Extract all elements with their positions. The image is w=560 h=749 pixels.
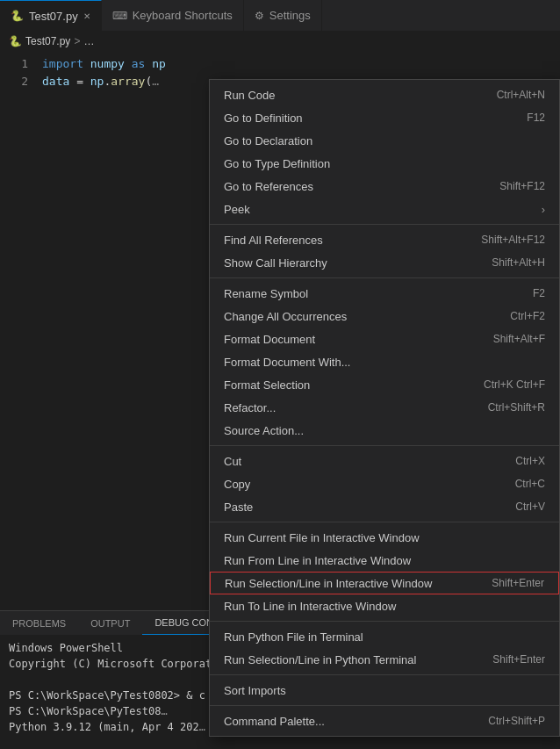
terminal-tab-problems[interactable]: PROBLEMS xyxy=(0,611,78,635)
menu-item-refactor-label: Refactor... xyxy=(224,401,276,414)
menu-item-run-code[interactable]: Run Code Ctrl+Alt+N xyxy=(210,83,559,106)
tab-test07-close[interactable]: ✕ xyxy=(83,11,90,21)
separator-1 xyxy=(210,224,559,225)
tab-keyboard-shortcuts[interactable]: ⌨ Keyboard Shortcuts xyxy=(102,0,244,31)
menu-item-run-selection-interactive-shortcut: Shift+Enter xyxy=(492,577,544,589)
menu-item-run-code-shortcut: Ctrl+Alt+N xyxy=(497,89,545,101)
menu-item-rename-symbol[interactable]: Rename Symbol F2 xyxy=(210,282,559,305)
menu-item-run-current-file-interactive-label: Run Current File in Interactive Window xyxy=(224,531,420,544)
menu-item-run-python-terminal-label: Run Python File in Terminal xyxy=(224,630,363,644)
menu-item-go-to-type-definition-label: Go to Type Definition xyxy=(224,157,330,170)
menu-item-run-selection-interactive-label: Run Selection/Line in Interactive Window xyxy=(225,577,432,590)
python-icon: 🐍 xyxy=(11,10,24,22)
separator-6 xyxy=(210,674,559,675)
menu-item-peek[interactable]: Peek › xyxy=(210,198,559,220)
menu-item-go-to-declaration-label: Go to Declaration xyxy=(224,134,312,148)
menu-item-paste[interactable]: Paste Ctrl+V xyxy=(210,495,559,518)
menu-item-source-action-label: Source Action... xyxy=(224,424,304,437)
menu-item-go-to-declaration[interactable]: Go to Declaration xyxy=(210,129,559,152)
menu-item-find-all-references[interactable]: Find All References Shift+Alt+F12 xyxy=(210,228,559,251)
breadcrumb-file[interactable]: Test07.py xyxy=(25,35,70,47)
menu-item-go-to-references-label: Go to References xyxy=(224,180,313,193)
menu-item-run-selection-python-terminal-label: Run Selection/Line in Python Terminal xyxy=(224,653,416,666)
code-content-2: data = np.array(… xyxy=(42,75,159,88)
menu-item-format-document[interactable]: Format Document Shift+Alt+F xyxy=(210,328,559,350)
menu-item-run-from-line-interactive[interactable]: Run From Line in Interactive Window xyxy=(210,549,559,572)
menu-item-format-selection-label: Format Selection xyxy=(224,378,310,392)
menu-item-go-to-definition-shortcut: F12 xyxy=(527,112,545,124)
menu-item-peek-arrow: › xyxy=(542,203,545,216)
tab-settings[interactable]: ⚙ Settings xyxy=(244,0,322,31)
menu-item-peek-label: Peek xyxy=(224,203,250,216)
tab-keyboard-label: Keyboard Shortcuts xyxy=(133,9,233,22)
tab-test07-label: Test07.py xyxy=(29,10,78,23)
line-number-2: 2 xyxy=(7,75,28,88)
terminal-tab-output[interactable]: OUTPUT xyxy=(78,611,142,635)
menu-item-find-all-references-label: Find All References xyxy=(224,234,323,247)
menu-item-paste-shortcut: Ctrl+V xyxy=(515,501,545,513)
menu-item-run-python-terminal[interactable]: Run Python File in Terminal xyxy=(210,625,559,648)
tab-settings-label: Settings xyxy=(269,9,311,22)
settings-icon: ⚙ xyxy=(255,10,264,22)
menu-item-format-selection[interactable]: Format Selection Ctrl+K Ctrl+F xyxy=(210,373,559,396)
menu-item-refactor-shortcut: Ctrl+Shift+R xyxy=(488,401,545,414)
menu-item-command-palette-shortcut: Ctrl+Shift+P xyxy=(488,715,545,727)
menu-item-rename-symbol-shortcut: F2 xyxy=(533,287,545,299)
separator-2 xyxy=(210,277,559,278)
menu-item-format-selection-shortcut: Ctrl+K Ctrl+F xyxy=(484,378,545,391)
menu-item-run-selection-python-terminal-shortcut: Shift+Enter xyxy=(492,653,545,666)
separator-4 xyxy=(210,522,559,522)
tab-bar: 🐍 Test07.py ✕ ⌨ Keyboard Shortcuts ⚙ Set… xyxy=(0,0,560,32)
menu-item-show-call-hierarchy-label: Show Call Hierarchy xyxy=(224,256,327,270)
menu-item-sort-imports[interactable]: Sort Imports xyxy=(210,679,559,702)
separator-7 xyxy=(210,705,559,706)
tab-test07[interactable]: 🐍 Test07.py ✕ xyxy=(0,0,102,31)
menu-item-go-to-references[interactable]: Go to References Shift+F12 xyxy=(210,175,559,198)
menu-item-run-to-line-interactive-label: Run To Line in Interactive Window xyxy=(224,600,396,613)
context-menu: Run Code Ctrl+Alt+N Go to Definition F12… xyxy=(209,79,560,737)
menu-item-format-document-with-label: Format Document With... xyxy=(224,356,350,369)
menu-item-go-to-type-definition[interactable]: Go to Type Definition xyxy=(210,152,559,175)
menu-item-run-selection-python-terminal[interactable]: Run Selection/Line in Python Terminal Sh… xyxy=(210,648,559,671)
menu-item-go-to-definition[interactable]: Go to Definition F12 xyxy=(210,106,559,129)
menu-item-source-action[interactable]: Source Action... xyxy=(210,419,559,442)
menu-item-change-all-occurrences-label: Change All Occurrences xyxy=(224,310,347,323)
menu-item-copy-label: Copy xyxy=(224,478,250,491)
menu-item-run-from-line-interactive-label: Run From Line in Interactive Window xyxy=(224,554,411,567)
code-line-1: 1 import numpy as np xyxy=(0,54,560,72)
menu-item-copy-shortcut: Ctrl+C xyxy=(515,478,545,490)
menu-item-run-to-line-interactive[interactable]: Run To Line in Interactive Window xyxy=(210,594,559,617)
code-content-1: import numpy as np xyxy=(42,57,166,70)
breadcrumb-dots[interactable]: … xyxy=(83,35,94,47)
menu-item-run-selection-interactive[interactable]: Run Selection/Line in Interactive Window… xyxy=(210,572,559,594)
breadcrumb-sep: > xyxy=(74,35,80,47)
menu-item-format-document-with[interactable]: Format Document With... xyxy=(210,350,559,373)
menu-item-refactor[interactable]: Refactor... Ctrl+Shift+R xyxy=(210,396,559,419)
menu-item-format-document-shortcut: Shift+Alt+F xyxy=(493,333,545,345)
menu-item-sort-imports-label: Sort Imports xyxy=(224,684,286,697)
menu-item-rename-symbol-label: Rename Symbol xyxy=(224,287,308,300)
menu-item-command-palette-label: Command Palette... xyxy=(224,715,325,728)
menu-item-change-all-occurrences[interactable]: Change All Occurrences Ctrl+F2 xyxy=(210,305,559,328)
keyboard-icon: ⌨ xyxy=(112,10,127,22)
separator-5 xyxy=(210,621,559,622)
menu-item-go-to-definition-label: Go to Definition xyxy=(224,112,303,125)
line-number-1: 1 xyxy=(7,57,28,70)
menu-item-change-all-occurrences-shortcut: Ctrl+F2 xyxy=(510,310,545,322)
menu-item-command-palette[interactable]: Command Palette... Ctrl+Shift+P xyxy=(210,709,559,732)
separator-3 xyxy=(210,445,559,446)
menu-item-find-all-references-shortcut: Shift+Alt+F12 xyxy=(481,234,545,246)
breadcrumb-icon: 🐍 xyxy=(9,35,22,47)
menu-item-run-code-label: Run Code xyxy=(224,89,276,102)
menu-item-cut[interactable]: Cut Ctrl+X xyxy=(210,450,559,472)
menu-item-cut-shortcut: Ctrl+X xyxy=(515,455,545,467)
menu-item-paste-label: Paste xyxy=(224,501,253,514)
menu-item-show-call-hierarchy[interactable]: Show Call Hierarchy Shift+Alt+H xyxy=(210,251,559,274)
menu-item-copy[interactable]: Copy Ctrl+C xyxy=(210,472,559,495)
menu-item-show-call-hierarchy-shortcut: Shift+Alt+H xyxy=(492,256,545,269)
breadcrumb: 🐍 Test07.py > … xyxy=(0,32,560,51)
menu-item-go-to-references-shortcut: Shift+F12 xyxy=(499,180,545,192)
menu-item-run-current-file-interactive[interactable]: Run Current File in Interactive Window xyxy=(210,526,559,549)
menu-item-cut-label: Cut xyxy=(224,455,241,468)
menu-item-format-document-label: Format Document xyxy=(224,333,315,346)
